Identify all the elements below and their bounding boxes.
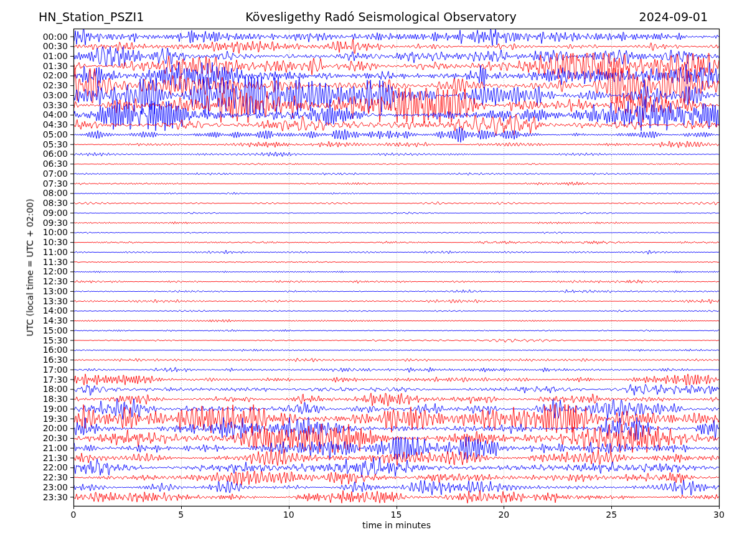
time-tick-label: 19:00: [0, 404, 68, 414]
minute-tick-label: 10: [270, 510, 308, 520]
time-tick-label: 06:00: [0, 149, 68, 159]
time-tick-label: 08:30: [0, 198, 68, 208]
time-tick-label: 12:00: [0, 267, 68, 276]
time-tick-label: 10:30: [0, 238, 68, 247]
time-tick-label: 16:30: [0, 355, 68, 365]
time-tick-label: 13:00: [0, 287, 68, 296]
time-tick-label: 11:30: [0, 258, 68, 267]
time-tick-label: 03:30: [0, 101, 68, 110]
helicorder-figure: HN_Station_PSZI1 Kövesligethy Radó Seism…: [0, 0, 747, 560]
time-tick-label: 15:00: [0, 326, 68, 335]
time-tick-label: 15:30: [0, 336, 68, 345]
time-tick-label: 17:30: [0, 375, 68, 385]
time-tick-label: 23:00: [0, 483, 68, 492]
time-tick-label: 18:00: [0, 385, 68, 394]
minute-tick-label: 5: [162, 510, 200, 520]
time-tick-label: 01:00: [0, 52, 68, 61]
time-tick-label: 14:00: [0, 306, 68, 315]
time-tick-label: 22:00: [0, 463, 68, 472]
time-tick-label: 20:00: [0, 424, 68, 433]
time-tick-label: 21:00: [0, 444, 68, 453]
x-axis-label: time in minutes: [362, 520, 431, 530]
date-label: 2024-09-01: [639, 10, 708, 24]
time-tick-label: 21:30: [0, 454, 68, 463]
time-tick-label: 04:30: [0, 120, 68, 129]
minute-tick-label: 30: [700, 510, 738, 520]
minute-tick-label: 0: [55, 510, 92, 520]
time-tick-label: 13:30: [0, 297, 68, 306]
time-tick-label: 00:30: [0, 42, 68, 51]
time-tick-label: 19:30: [0, 414, 68, 424]
time-tick-label: 03:00: [0, 91, 68, 100]
observatory-title: Kövesligethy Radó Seismological Observat…: [245, 10, 516, 24]
time-tick-label: 05:00: [0, 130, 68, 139]
time-tick-label: 22:30: [0, 473, 68, 482]
time-tick-label: 18:30: [0, 394, 68, 404]
time-tick-label: 12:30: [0, 277, 68, 286]
seismogram-canvas: [0, 0, 747, 560]
time-tick-label: 07:00: [0, 169, 68, 179]
time-tick-label: 20:30: [0, 434, 68, 443]
time-tick-label: 14:30: [0, 316, 68, 325]
time-tick-label: 16:00: [0, 345, 68, 355]
time-tick-label: 07:30: [0, 179, 68, 189]
minute-tick-label: 20: [485, 510, 522, 520]
time-tick-label: 08:00: [0, 189, 68, 198]
time-tick-label: 04:00: [0, 110, 68, 119]
station-title: HN_Station_PSZI1: [39, 10, 144, 24]
time-tick-label: 00:00: [0, 32, 68, 42]
time-tick-label: 09:00: [0, 208, 68, 218]
time-tick-label: 06:30: [0, 159, 68, 169]
time-tick-label: 10:00: [0, 228, 68, 237]
time-tick-label: 05:30: [0, 140, 68, 149]
time-tick-label: 17:00: [0, 365, 68, 375]
time-tick-label: 02:30: [0, 81, 68, 90]
minute-tick-label: 25: [593, 510, 630, 520]
time-tick-label: 01:30: [0, 62, 68, 71]
time-tick-label: 11:00: [0, 248, 68, 257]
minute-tick-label: 15: [378, 510, 415, 520]
time-tick-label: 09:30: [0, 218, 68, 228]
time-tick-label: 23:30: [0, 493, 68, 502]
time-tick-label: 02:00: [0, 71, 68, 80]
